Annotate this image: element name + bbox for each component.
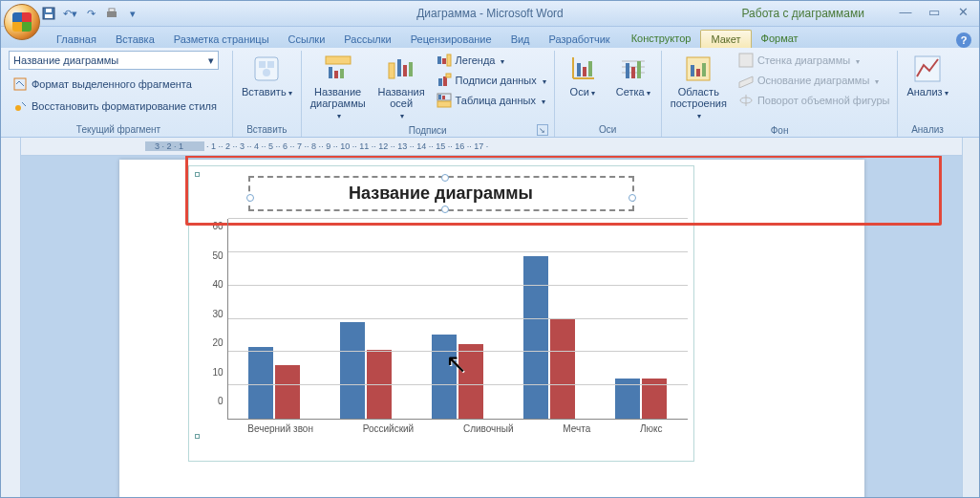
svg-rect-20 <box>442 58 446 64</box>
format-selection-button[interactable]: Формат выделенного фрагмента <box>9 75 228 94</box>
tab-Рецензирование[interactable]: Рецензирование <box>401 31 501 48</box>
svg-rect-8 <box>259 61 266 68</box>
group-label-current-fragment: Текущий фрагмент <box>9 122 228 137</box>
plot-area-button[interactable]: Область построения <box>666 51 732 123</box>
svg-rect-37 <box>626 63 629 78</box>
svg-rect-24 <box>446 74 451 77</box>
svg-rect-18 <box>409 62 413 76</box>
gridlines-button[interactable]: Сетка <box>609 51 657 101</box>
chart-element-selector[interactable]: Название диаграммы▾ <box>9 51 219 70</box>
tab-Разметка страницы[interactable]: Разметка страницы <box>164 31 279 48</box>
qat-more-icon[interactable]: ▾ <box>125 6 140 21</box>
help-button[interactable]: ? <box>956 32 971 48</box>
svg-rect-1 <box>45 14 53 18</box>
group-label-labels: Подписи↘ <box>306 123 550 138</box>
svg-rect-2 <box>46 9 52 12</box>
bar[interactable] <box>458 344 483 419</box>
undo-icon[interactable]: ↶▾ <box>62 6 77 21</box>
reset-style-button[interactable]: Восстановить форматирование стиля <box>9 97 228 116</box>
svg-rect-17 <box>403 65 407 76</box>
svg-rect-27 <box>442 96 445 99</box>
bar[interactable] <box>275 365 300 419</box>
close-button[interactable]: ✕ <box>952 4 973 19</box>
svg-rect-5 <box>14 78 26 90</box>
svg-rect-33 <box>588 61 592 76</box>
bar-group[interactable] <box>432 335 483 419</box>
vertical-scrollbar[interactable] <box>962 138 979 497</box>
x-tick-label: Вечерний звон <box>247 423 313 434</box>
plot <box>227 219 688 420</box>
ribbon-tabs: ГлавнаяВставкаРазметка страницыСсылкиРас… <box>1 27 979 48</box>
redo-icon[interactable]: ↷ <box>83 6 98 21</box>
document-canvas[interactable]: Название диаграммы 6050403020100 Вечерни… <box>21 156 962 497</box>
tab-Ссылки[interactable]: Ссылки <box>279 31 335 48</box>
print-icon[interactable] <box>104 6 119 21</box>
y-axis: 6050403020100 <box>195 219 227 420</box>
svg-rect-15 <box>389 63 394 78</box>
svg-rect-21 <box>447 54 451 66</box>
data-table-button[interactable]: Таблица данных <box>433 91 550 110</box>
minimize-button[interactable]: — <box>895 4 916 19</box>
bar-group[interactable] <box>523 256 575 419</box>
app-window: ↶▾ ↷ ▾ Диаграмма - Microsoft Word Работа… <box>0 0 980 498</box>
bar[interactable] <box>248 347 273 419</box>
svg-rect-26 <box>438 95 441 99</box>
group-label-background: Фон <box>666 123 894 138</box>
tab-Конструктор[interactable]: Конструктор <box>622 30 701 48</box>
group-label-insert: Вставить <box>237 122 297 137</box>
tab-Макет[interactable]: Макет <box>700 30 751 48</box>
svg-rect-38 <box>631 67 635 78</box>
bar[interactable] <box>432 335 457 419</box>
svg-rect-19 <box>437 56 441 64</box>
svg-rect-9 <box>267 61 274 68</box>
bar[interactable] <box>550 318 575 419</box>
svg-rect-44 <box>739 54 753 67</box>
group-label-analysis: Анализ <box>902 122 952 137</box>
bar[interactable] <box>340 322 365 419</box>
labels-dialog-launcher[interactable]: ↘ <box>537 124 548 136</box>
horizontal-ruler: 3 · 2 · 1 · 1 ·· 2 ·· 3 ·· 4 ·· 5 ·· 6 ·… <box>21 138 962 156</box>
bar-group[interactable] <box>248 347 300 419</box>
axis-titles-button[interactable]: Названия осей <box>373 51 430 123</box>
bar-group[interactable] <box>340 322 392 419</box>
office-button[interactable] <box>4 4 40 40</box>
svg-rect-3 <box>107 11 117 17</box>
axes-button[interactable]: Оси <box>559 51 607 101</box>
chart-title-button[interactable]: Название диаграммы <box>306 51 371 123</box>
x-tick-label: Мечта <box>563 423 590 434</box>
insert-button[interactable]: Вставить <box>237 51 297 101</box>
tab-Главная[interactable]: Главная <box>47 31 106 48</box>
page: Название диаграммы 6050403020100 Вечерни… <box>119 160 864 497</box>
x-tick-label: Сливочный <box>463 423 514 434</box>
restore-button[interactable]: ▭ <box>924 4 945 19</box>
chart-plot-area[interactable]: 6050403020100 <box>195 219 688 420</box>
ribbon: Название диаграммы▾ Формат выделенного ф… <box>1 48 979 138</box>
x-axis: Вечерний звонРоссийскийСливочныйМечтаЛюк… <box>195 420 688 434</box>
svg-rect-41 <box>691 65 694 76</box>
chart-title-textbox[interactable]: Название диаграммы <box>248 176 634 211</box>
svg-rect-11 <box>326 56 351 64</box>
chart-object[interactable]: Название диаграммы 6050403020100 Вечерни… <box>188 165 694 462</box>
svg-rect-4 <box>109 9 115 11</box>
tab-Вид[interactable]: Вид <box>501 31 540 48</box>
tab-Формат[interactable]: Формат <box>752 30 808 48</box>
editor-area: 3 · 2 · 1 · 1 ·· 2 ·· 3 ·· 4 ·· 5 ·· 6 ·… <box>1 138 979 497</box>
svg-rect-28 <box>437 101 451 107</box>
svg-rect-42 <box>696 69 700 76</box>
svg-rect-12 <box>329 67 332 78</box>
svg-rect-32 <box>583 67 586 76</box>
tab-Разработчик[interactable]: Разработчик <box>540 31 620 48</box>
vertical-ruler <box>1 138 21 497</box>
bar[interactable] <box>523 256 548 419</box>
legend-button[interactable]: Легенда <box>433 51 550 70</box>
tab-Вставка[interactable]: Вставка <box>106 31 164 48</box>
save-icon[interactable] <box>41 6 56 21</box>
chart-wall-button: Стенка диаграммы <box>735 51 894 70</box>
analysis-button[interactable]: Анализ <box>902 51 952 101</box>
svg-rect-22 <box>438 78 442 86</box>
chart-floor-button: Основание диаграммы <box>735 71 894 90</box>
svg-rect-13 <box>334 71 338 78</box>
data-labels-button[interactable]: Подписи данных <box>433 71 550 90</box>
tab-Рассылки[interactable]: Рассылки <box>334 31 400 48</box>
svg-rect-31 <box>577 63 581 76</box>
